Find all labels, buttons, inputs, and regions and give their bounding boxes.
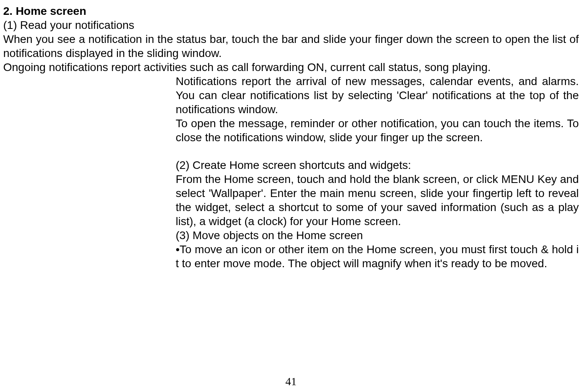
paragraph-2: Ongoing notifications report activities … <box>3 60 579 74</box>
subsection-1-title: (1) Read your notifications <box>3 18 579 32</box>
paragraph-5: From the Home screen, touch and hold the… <box>176 172 579 228</box>
paragraph-6: •To move an icon or other item on the Ho… <box>176 242 579 270</box>
paragraph-1: When you see a notification in the statu… <box>3 32 579 60</box>
subsection-2-title: (2) Create Home screen shortcuts and wid… <box>176 158 579 172</box>
subsection-3-title: (3) Move objects on the Home screen <box>176 228 579 242</box>
paragraph-3: Notifications report the arrival of new … <box>176 74 579 116</box>
indented-content: Notifications report the arrival of new … <box>176 74 579 270</box>
section-heading: 2. Home screen <box>3 4 579 18</box>
blank-line <box>176 144 579 158</box>
paragraph-4: To open the message, reminder or other n… <box>176 116 579 144</box>
page-number: 41 <box>0 375 582 388</box>
